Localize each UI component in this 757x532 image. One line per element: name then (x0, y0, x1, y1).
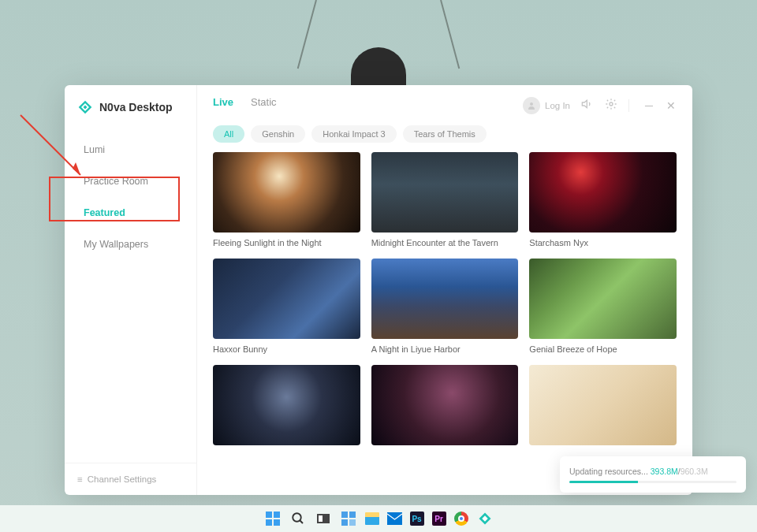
wallpaper-card[interactable]: A Night in Liyue Harbor (371, 259, 519, 354)
sidebar: N0va Desktop LumiPractice RoomFeaturedMy… (65, 85, 197, 495)
download-progress-toast: Updating resources... 393.8M/960.3M (560, 456, 746, 493)
sidebar-item-practice-room[interactable]: Practice Room (65, 166, 196, 197)
sidebar-item-my-wallpapers[interactable]: My Wallpapers (65, 229, 196, 260)
close-button[interactable]: ✕ (666, 100, 677, 111)
svg-point-8 (293, 513, 301, 522)
filter-chip-honkai-impact-3[interactable]: Honkai Impact 3 (311, 125, 396, 143)
tab-static[interactable]: Static (251, 96, 277, 114)
wallpaper-title: A Night in Liyue Harbor (371, 339, 519, 354)
chrome-icon[interactable] (454, 512, 468, 526)
svg-point-1 (610, 102, 613, 106)
minimize-button[interactable]: ─ (643, 100, 654, 111)
sidebar-item-featured[interactable]: Featured (65, 197, 196, 229)
wallpaper-thumbnail (213, 152, 360, 233)
wallpaper-thumbnail (371, 365, 519, 445)
svg-rect-4 (266, 512, 272, 518)
file-explorer-icon[interactable] (365, 512, 379, 525)
svg-rect-11 (319, 515, 323, 522)
wallpaper-card[interactable]: Starchasm Nyx (529, 152, 677, 247)
avatar-icon (523, 97, 540, 114)
nova-taskbar-icon[interactable] (476, 510, 494, 527)
filter-chip-genshin[interactable]: Genshin (251, 125, 305, 143)
divider (628, 99, 629, 112)
app-title: N0va Desktop (99, 101, 173, 113)
wallpaper-thumbnail (529, 365, 677, 445)
main-tabs: LiveStatic (213, 96, 277, 114)
channel-settings-button[interactable]: ≡ Channel Settings (65, 463, 196, 495)
taskview-icon[interactable] (315, 510, 332, 527)
wallpaper-card[interactable]: Genial Breeze of Hope (529, 259, 677, 354)
photoshop-icon[interactable]: Ps (410, 512, 424, 526)
search-icon[interactable] (289, 510, 307, 527)
filter-chips: AllGenshinHonkai Impact 3Tears of Themis (197, 114, 692, 152)
toast-text: Updating resources... 393.8M/960.3M (569, 467, 736, 476)
svg-rect-5 (274, 512, 280, 518)
hamburger-icon: ≡ (77, 474, 83, 484)
wallpaper-title: Starchasm Nyx (529, 233, 677, 247)
wallpaper-thumbnail (213, 259, 360, 339)
taskbar: Ps Pr (0, 505, 757, 532)
wallpaper-card[interactable] (371, 365, 519, 445)
app-window: N0va Desktop LumiPractice RoomFeaturedMy… (65, 85, 692, 495)
svg-rect-13 (349, 512, 356, 518)
wallpaper-thumbnail (529, 152, 677, 233)
wallpaper-thumbnail (213, 365, 360, 445)
login-button[interactable]: Log In (523, 97, 570, 114)
wallpaper-title: Midnight Encounter at the Tavern (371, 233, 519, 247)
wallpaper-card[interactable] (529, 365, 677, 445)
wallpaper-title: Haxxor Bunny (213, 339, 360, 354)
widgets-icon[interactable] (340, 510, 357, 527)
desktop-decoration (308, 0, 449, 87)
app-logo: N0va Desktop (65, 85, 196, 132)
start-button[interactable] (264, 510, 282, 527)
gear-icon[interactable] (605, 98, 617, 113)
topbar-controls: Log In ─ ✕ (523, 97, 677, 114)
wallpaper-grid: Fleeing Sunlight in the NightMidnight En… (213, 152, 677, 445)
filter-chip-all[interactable]: All (213, 125, 244, 143)
main-area: LiveStatic Log In ─ ✕ (197, 85, 692, 495)
topbar: LiveStatic Log In ─ ✕ (197, 85, 692, 114)
filter-chip-tears-of-themis[interactable]: Tears of Themis (403, 125, 487, 143)
wallpaper-thumbnail (371, 259, 519, 339)
wallpaper-card[interactable] (213, 365, 360, 445)
wallpaper-card[interactable]: Haxxor Bunny (213, 259, 360, 354)
mail-icon[interactable] (387, 512, 402, 525)
channel-settings-label: Channel Settings (88, 474, 157, 484)
wallpaper-title: Genial Breeze of Hope (529, 339, 677, 354)
svg-rect-6 (266, 519, 272, 526)
nova-logo-icon (77, 99, 93, 115)
svg-line-9 (300, 520, 303, 523)
volume-icon[interactable] (581, 98, 594, 113)
wallpaper-scroll[interactable]: Fleeing Sunlight in the NightMidnight En… (197, 152, 692, 495)
svg-rect-15 (349, 519, 356, 526)
progress-bar (569, 481, 736, 483)
sidebar-item-lumi[interactable]: Lumi (65, 134, 196, 166)
login-label: Log In (545, 101, 570, 110)
wallpaper-title: Fleeing Sunlight in the Night (213, 233, 360, 247)
svg-rect-14 (341, 519, 348, 526)
window-controls: ─ ✕ (643, 100, 677, 111)
tab-live[interactable]: Live (213, 96, 233, 114)
wallpaper-card[interactable]: Midnight Encounter at the Tavern (371, 152, 519, 247)
svg-rect-7 (274, 519, 280, 526)
svg-rect-12 (341, 512, 348, 518)
svg-rect-16 (387, 512, 402, 525)
wallpaper-thumbnail (529, 259, 677, 339)
sidebar-nav: LumiPractice RoomFeaturedMy Wallpapers (65, 132, 196, 463)
svg-point-0 (530, 102, 533, 106)
premiere-icon[interactable]: Pr (432, 512, 446, 526)
wallpaper-card[interactable]: Fleeing Sunlight in the Night (213, 152, 360, 247)
wallpaper-thumbnail (371, 152, 519, 233)
